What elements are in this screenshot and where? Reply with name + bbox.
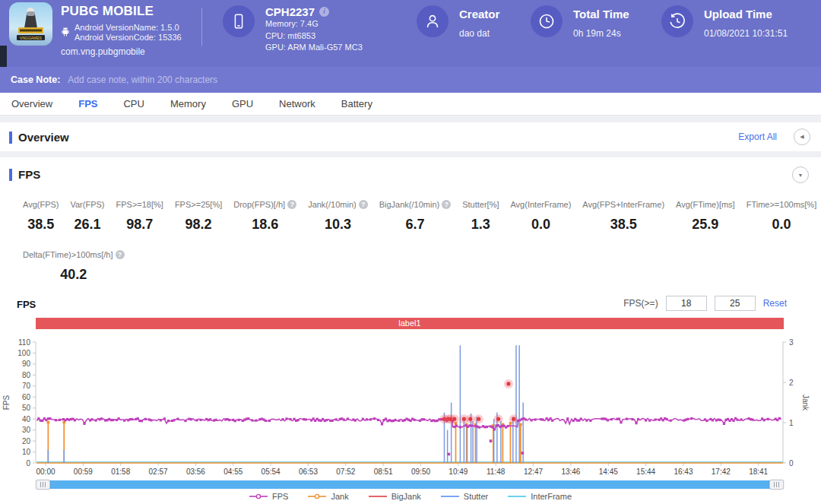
scrollbar-right-handle[interactable] [769, 480, 784, 490]
info-icon[interactable]: i [319, 7, 329, 17]
metric-label: Avg(InterFrame) [510, 200, 571, 209]
history-clock-icon [661, 5, 693, 37]
scrollbar-track[interactable] [36, 480, 784, 489]
upload-time-value: 01/08/2021 10:31:51 [704, 28, 788, 39]
device-summary: CPH2237 i Memory: 7.4G CPU: mt6853 GPU: … [223, 5, 363, 54]
upload-time-label: Upload Time [704, 8, 788, 21]
metric-value: 0.0 [510, 217, 571, 233]
tab-battery[interactable]: Battery [341, 98, 372, 109]
help-icon[interactable]: ? [287, 200, 296, 209]
legend-item-jank[interactable]: Jank [308, 492, 348, 501]
tab-bar: OverviewFPSCPUMemoryGPUNetworkBattery [0, 93, 821, 116]
collapse-button[interactable]: ◀ [794, 128, 810, 145]
export-all-link[interactable]: Export All [738, 132, 777, 142]
svg-text:100: 100 [17, 349, 30, 357]
fps-metrics-row: Avg(FPS)38.5Var(FPS)26.1FPS>=18[%]98.7FP… [23, 200, 816, 233]
metric-value: 38.5 [23, 217, 59, 233]
help-icon[interactable]: ? [442, 200, 451, 209]
svg-text:08:51: 08:51 [374, 468, 393, 476]
help-icon[interactable]: ? [359, 200, 368, 209]
legend-item-interframe[interactable]: InterFrame [508, 492, 572, 501]
scrollbar-left-handle[interactable] [36, 480, 50, 490]
legend-item-stutter[interactable]: Stutter [441, 492, 488, 501]
device-gpu: GPU: ARM Mali-G57 MC3 [265, 42, 363, 54]
help-icon[interactable]: ? [116, 250, 125, 259]
svg-text:13:46: 13:46 [561, 468, 580, 476]
overview-title: Overview [18, 131, 69, 144]
svg-text:10: 10 [22, 448, 31, 456]
android-version-code: Android VersionCode: 15336 [74, 33, 182, 43]
case-note-bar: Case Note: [0, 67, 821, 93]
tab-fps[interactable]: FPS [78, 98, 97, 109]
total-time-summary: Total Time 0h 19m 24s [531, 5, 629, 39]
svg-text:02:57: 02:57 [149, 468, 168, 476]
metric: Jank(/10min)?10.3 [308, 200, 368, 233]
metric: Drop(FPS)[/h]?18.6 [233, 200, 296, 233]
fps-chart[interactable]: 0102030405060708090100110012300:0000:590… [0, 331, 821, 480]
metric: Avg(InterFrame)0.0 [510, 200, 571, 233]
metric-label: Avg(FTime)[ms] [676, 200, 735, 209]
tab-memory[interactable]: Memory [170, 98, 206, 109]
metric-label: Avg(FPS) [23, 200, 59, 209]
svg-text:VNGGAMES: VNGGAMES [20, 36, 43, 40]
metric-value: 38.5 [582, 217, 664, 233]
fps-metrics-row2: Delta(FTime)>100ms[/h]?40.2 [23, 250, 125, 283]
device-memory: Memory: 7.4G [265, 18, 363, 30]
person-icon [417, 5, 449, 37]
svg-text:80: 80 [22, 371, 31, 379]
clock-icon [531, 5, 563, 37]
metric-value: 6.7 [379, 217, 451, 233]
creator-label: Creator [459, 8, 499, 21]
chart-region-label[interactable]: label1 [36, 318, 784, 329]
metric: Var(FPS)26.1 [70, 200, 104, 233]
total-time-label: Total Time [573, 8, 629, 21]
metric: FPS>=25[%]98.2 [175, 200, 222, 233]
tab-network[interactable]: Network [279, 98, 315, 109]
svg-text:07:52: 07:52 [336, 468, 355, 476]
metric-value: 40.2 [23, 267, 125, 283]
tab-overview[interactable]: Overview [11, 98, 52, 109]
section-accent [9, 132, 12, 144]
metric-value: 26.1 [70, 217, 104, 233]
svg-text:03:56: 03:56 [186, 468, 205, 476]
fps-max-input[interactable] [715, 296, 756, 311]
case-note-input[interactable] [66, 74, 385, 86]
phone-icon [223, 5, 255, 37]
svg-text:60: 60 [22, 393, 31, 401]
expand-button[interactable]: ▼ [792, 166, 809, 183]
metric: Delta(FTime)>100ms[/h]?40.2 [23, 250, 125, 283]
svg-text:90: 90 [22, 360, 31, 368]
reset-link[interactable]: Reset [763, 298, 787, 309]
svg-text:04:55: 04:55 [223, 468, 242, 476]
svg-text:18:41: 18:41 [749, 468, 768, 476]
svg-text:09:50: 09:50 [411, 468, 430, 476]
fps-title: FPS [18, 168, 40, 181]
svg-text:06:53: 06:53 [299, 468, 318, 476]
svg-text:11:48: 11:48 [487, 468, 506, 476]
legend-item-fps[interactable]: FPS [249, 492, 288, 501]
chart-title: FPS [17, 299, 36, 310]
metric: FTime>=100ms[%]0.0 [747, 200, 817, 233]
svg-text:10:49: 10:49 [449, 468, 468, 476]
svg-text:1: 1 [789, 419, 794, 427]
metric-label: FPS>=18[%] [116, 200, 163, 209]
metric: Stutter[%]1.3 [462, 200, 499, 233]
metric-label: FPS>=25[%] [175, 200, 222, 209]
svg-text:3: 3 [789, 338, 794, 347]
chart-scrollbar[interactable] [36, 480, 784, 490]
chart-legend: FPSJankBigJankStutterInterFrame [0, 492, 821, 501]
header: VNGGAMES PUBG MOBILE Android VersionName… [0, 0, 821, 67]
metric-value: 18.6 [233, 217, 296, 233]
section-accent [9, 169, 12, 181]
app-name: PUBG MOBILE [61, 4, 182, 19]
upload-time-summary: Upload Time 01/08/2021 10:31:51 [661, 5, 788, 39]
svg-text:110: 110 [18, 338, 30, 347]
svg-text:00:59: 00:59 [74, 468, 93, 476]
total-time-value: 0h 19m 24s [573, 28, 629, 39]
svg-text:01:58: 01:58 [111, 468, 130, 476]
fps-min-input[interactable] [666, 296, 707, 311]
tab-gpu[interactable]: GPU [232, 98, 253, 109]
tab-cpu[interactable]: CPU [123, 98, 144, 109]
metric-value: 98.2 [175, 217, 222, 233]
legend-item-bigjank[interactable]: BigJank [369, 492, 421, 501]
